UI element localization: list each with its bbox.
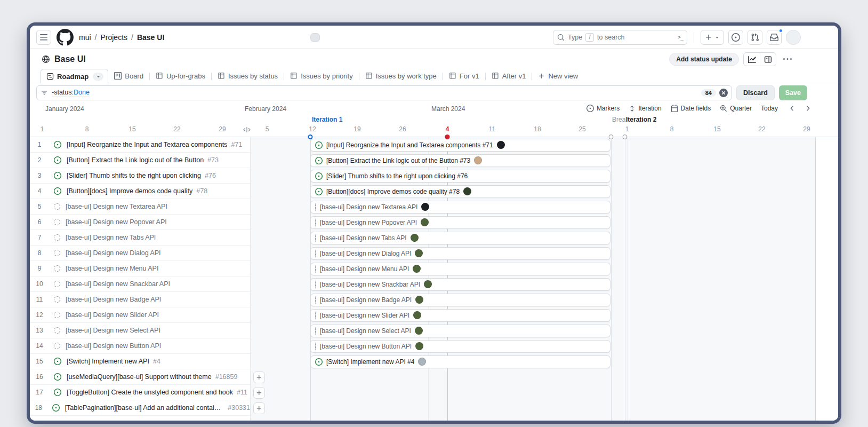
timeline-bar[interactable]: [base-ui] Design new Tabs API [310,232,610,244]
avatar [497,141,505,149]
bar-label: [base-ui] Design new Menu API [320,265,409,273]
discard-button[interactable]: Discard [736,85,775,100]
terminal-prompt-icon: >_ [678,34,683,40]
date-tick: 1 [41,125,44,133]
git-pull-request-icon [751,33,759,42]
plus-icon [256,390,262,396]
tab-options-button[interactable] [93,73,103,81]
timeline-bar[interactable]: [base-ui] Design new Slider API [310,309,610,322]
avatar [413,311,421,319]
timeline-bar[interactable]: [Button] Extract the Link logic out of t… [310,154,610,167]
timeline-bar[interactable]: [base-ui] Design new Snackbar API [310,278,610,291]
issue-status-icon [315,312,316,319]
resize-handle-icon [242,126,252,133]
new-view-button[interactable]: New view [532,69,584,83]
breadcrumb-projects[interactable]: Projects [100,33,127,42]
timeline-bar[interactable]: [base-ui] Design new Select API [310,325,610,337]
date-tick: 22 [173,125,180,133]
avatar [424,280,432,288]
tab-issues-by-priority[interactable]: Issues by priority [284,69,359,83]
today-button[interactable]: Today [761,105,778,112]
filter-result-count: 84 [701,89,716,97]
timeline-bar[interactable]: [base-ui] Design new Popover API [310,216,610,229]
chevron-down-icon [96,74,101,79]
date-tick: 8 [670,125,674,133]
table-resize-handle[interactable] [239,125,255,135]
add-status-update-button[interactable]: Add status update [669,53,739,66]
timeline-bar[interactable]: [base-ui] Design new Menu API [310,263,610,275]
create-new-button[interactable] [701,30,724,45]
scroll-left-button[interactable] [787,103,798,114]
scroll-right-button[interactable] [803,103,814,114]
search-input[interactable]: Type / to search >_ [553,30,687,45]
hamburger-menu-button[interactable] [36,30,51,45]
tab-issues-by-status[interactable]: Issues by status [212,69,284,83]
issues-button[interactable] [728,30,743,45]
issue-status-icon [315,188,323,195]
view-tab-icon [538,73,545,80]
breadcrumb-project-name[interactable]: Base UI [137,33,164,42]
browser-window-frame: mui / Projects / Base UI Type / to searc… [27,22,841,424]
tab-after-v1[interactable]: After v1 [486,69,532,83]
project-menu-button[interactable] [781,53,794,66]
month-label: January 2024 [45,105,84,113]
bar-label: [base-ui] Design new Select API [320,327,411,335]
arrow-updown-icon [629,105,636,112]
markers-button[interactable]: Markers [586,105,620,112]
global-header-actions: Type / to search >_ [553,30,801,45]
filter-row: -status:Done 84 Discard Save [36,85,807,100]
markers-icon [586,105,594,112]
issue-status-icon [315,219,316,226]
pull-requests-button[interactable] [748,30,762,45]
project-title-group: Base UI [42,54,86,64]
timeline-bar[interactable]: [Switch] Implement new API #4 [310,355,610,368]
tab-issues-by-work-type[interactable]: Issues by work type [359,69,443,83]
tab-for-v1[interactable]: For v1 [443,69,485,83]
zoom-level-button[interactable]: Quarter [720,105,752,112]
timeline-bar[interactable]: [Slider] Thumb shifts to the right upon … [310,170,610,183]
side-panel-button[interactable] [760,53,776,66]
timeline-bar[interactable]: [base-ui] Design new Textarea API [310,201,610,213]
bar-label: [Button][docs] Improve demos code qualit… [326,188,460,195]
avatar [421,218,429,226]
timeline-bar[interactable]: [base-ui] Design new Badge API [310,294,610,306]
tab-board[interactable]: Board [108,69,149,83]
clear-filter-button[interactable] [719,89,728,97]
iteration-marker-dot [623,135,628,139]
issue-status-icon [315,250,316,257]
timeline-bar[interactable]: [Button][docs] Improve demos code qualit… [310,185,610,198]
date-tick: 15 [128,125,135,133]
right-gutter [815,137,838,421]
user-avatar[interactable] [786,30,801,45]
timeline-bar[interactable]: [Input] Reorganize the Input and Textare… [310,139,610,152]
filter-query-value: Done [74,89,90,96]
add-date-button[interactable] [253,371,265,383]
notifications-button[interactable] [767,30,782,45]
globe-icon [42,55,50,64]
chevron-left-icon [789,105,796,112]
today-date-tick: 4 [446,125,449,133]
plus-icon [538,73,545,80]
date-fields-button[interactable]: Date fields [671,105,711,112]
github-logo[interactable] [57,29,74,46]
bar-label: [base-ui] Design new Dialog API [320,250,411,257]
date-tick: 26 [399,125,406,133]
add-date-button[interactable] [253,387,265,399]
timeline-bar[interactable]: [base-ui] Design new Button API [310,340,610,353]
timeline-bar[interactable]: [base-ui] Design new Dialog API [310,247,610,260]
filter-input[interactable]: -status:Done 84 [36,85,732,100]
add-date-button[interactable] [253,402,265,414]
tab-roadmap[interactable]: Roadmap [41,69,108,83]
timeline-controls: Markers Iteration Date fields Quarter To… [556,102,814,115]
iteration-field-button[interactable]: Iteration [629,105,661,112]
filter-query-prefix: -status: [52,89,74,96]
save-button[interactable]: Save [779,85,807,100]
date-tick: 18 [534,125,541,133]
filter-right-group: 84 [701,89,728,97]
insights-button[interactable] [744,53,760,66]
tab-up-for-grabs[interactable]: Up-for-grabs [150,69,211,83]
bar-label: [base-ui] Design new Tabs API [320,234,407,242]
breadcrumb-org[interactable]: mui [79,33,91,42]
avatar [415,327,423,335]
command-palette-button[interactable]: >_ [678,34,683,40]
